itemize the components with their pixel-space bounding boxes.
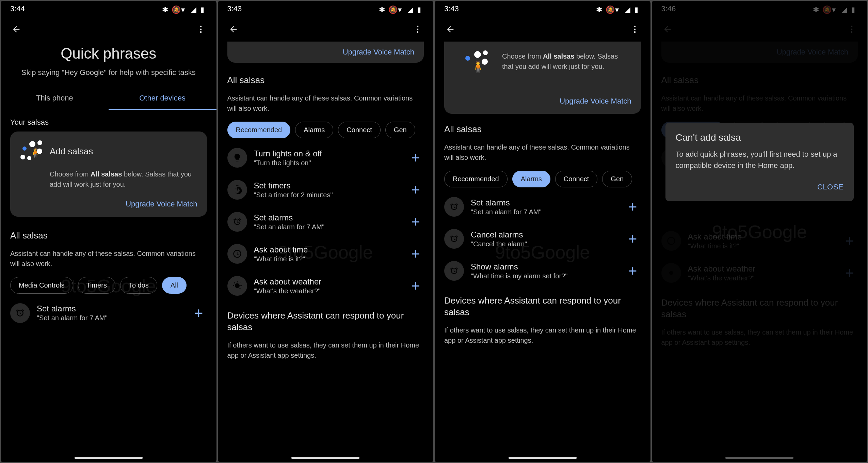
tab-this-phone[interactable]: This phone [1,88,109,110]
chip-gen[interactable]: Gen [385,122,415,138]
list-item: Set timers"Set a timer for 2 minutes" + [227,174,424,206]
chip-recommended[interactable]: Recommended [444,171,508,187]
list-title: Set timers [254,181,401,190]
chips-row: Recommended Alarms Connect Gen [444,169,641,191]
list-item: Ask about weather"What's the weather?" + [227,270,424,302]
nav-pill[interactable] [75,457,143,459]
nav-pill[interactable] [509,457,577,459]
upgrade-voice-match-button[interactable]: Upgrade Voice Match [343,48,414,57]
chip-media-controls[interactable]: Media Controls [10,277,73,294]
list-item: Ask about time"What time is it?" + [227,238,424,270]
dialog-close-button[interactable]: CLOSE [817,183,843,191]
upgrade-voice-match-button[interactable]: Upgrade Voice Match [560,97,631,106]
alarm-icon [10,303,30,323]
battery-icon: ▮ [200,5,207,12]
screen-2: 3:43 ✱🔕▾◢▮ Upgrade Voice Match All salsa… [218,1,434,462]
alarm-icon [444,261,464,281]
list-item: Set alarms "Set an alarm for 7 AM" + [10,297,207,329]
chip-timers[interactable]: Timers [78,277,115,294]
add-button[interactable]: + [407,213,424,230]
content: Upgrade Voice Match All salsas Assistant… [218,42,434,462]
list-title: Set alarms [471,198,618,207]
bluetooth-icon: ✱ [379,5,386,12]
wifi-icon: ▾ [181,5,188,12]
signal-icon: ◢ [191,5,197,12]
svg-point-0 [200,26,202,28]
page-title: Quick phrases [14,45,203,62]
wifi-icon: ▾ [615,5,622,12]
wifi-icon: ▾ [398,5,405,12]
list-sub: "Cancel the alarm" [471,240,618,248]
alarm-icon [227,212,247,232]
chip-to-dos[interactable]: To dos [120,277,157,294]
card-body-pre: Choose from [50,170,91,178]
screen-4: 3:46 ✱🔕▾◢▮ Upgrade Voice Match All salsa… [652,1,868,462]
all-salsas-title: All salsas [444,114,641,139]
list-title: Show alarms [471,262,618,272]
tab-other-devices[interactable]: Other devices [109,88,216,110]
screen-1: 3:44 ✱ 🔕 ▾ ◢ ▮ Quick phrases Skip saying… [1,1,216,462]
svg-point-2 [200,31,202,33]
chip-all[interactable]: All [162,277,187,294]
salsas-illustration: 🧍 [20,140,44,164]
add-button[interactable]: + [407,149,424,166]
chip-recommended[interactable]: Recommended [227,122,291,138]
svg-point-6 [634,26,636,28]
all-salsas-desc: Assistant can handle any of these salsas… [10,246,207,276]
list-sub: "Set a timer for 2 minutes" [254,191,401,199]
add-button[interactable]: + [625,262,641,279]
add-button[interactable]: + [191,305,207,322]
nav-pill[interactable] [291,457,359,459]
all-salsas-title: All salsas [10,217,207,246]
chip-connect[interactable]: Connect [555,171,598,187]
chip-connect[interactable]: Connect [338,122,381,138]
bluetooth-icon: ✱ [596,5,603,12]
list-sub: "Turn the lights on" [254,159,401,167]
list-sub: "What's the weather?" [254,287,401,295]
list-sub: "What time is it?" [254,255,401,263]
list-item: Set alarms"Set an alarm for 7 AM" + [444,191,641,223]
list-item: Show alarms"What time is my alarm set fo… [444,255,641,287]
your-salsas-label: Your salsas [10,110,207,132]
list-title: Set alarms [254,213,401,222]
card-body-bold: All salsas [543,52,574,60]
add-button[interactable]: + [625,198,641,215]
status-bar: 3:43 ✱🔕▾◢▮ [435,1,650,17]
list-title: Ask about weather [254,277,401,287]
overflow-button[interactable] [195,23,207,35]
overflow-button[interactable] [629,23,641,35]
timer-icon [227,180,247,200]
chips-row: Recommended Alarms Connect Gen [227,120,424,142]
salsas-illustration: 🧍 [462,51,496,78]
add-button[interactable]: + [407,277,424,294]
overflow-button[interactable] [412,23,424,35]
list-item: Turn lights on & off"Turn the lights on"… [227,142,424,174]
back-button[interactable] [227,23,240,35]
add-button[interactable]: + [407,181,424,198]
footer-desc: If others want to use salsas, they can s… [444,322,641,352]
list-item: Cancel alarms"Cancel the alarm" + [444,223,641,255]
dialog-body: To add quick phrases, you'll first need … [676,149,844,171]
list-sub: "Set an alarm for 7 AM" [471,208,618,216]
back-button[interactable] [10,23,22,35]
clock: 3:43 [227,4,242,13]
dialog-overlay[interactable] [652,1,868,462]
status-icons: ✱ 🔕 ▾ ◢ ▮ [162,5,207,12]
back-button[interactable] [444,23,456,35]
add-button[interactable]: + [625,230,641,247]
app-bar [435,17,650,42]
list-sub: "Set an alarm for 7 AM" [254,223,401,231]
dialog-title: Can't add salsa [676,132,844,143]
svg-point-7 [634,29,636,30]
upgrade-bar: Upgrade Voice Match [227,42,424,63]
chip-alarms[interactable]: Alarms [295,122,333,138]
chip-alarms[interactable]: Alarms [512,171,550,187]
status-bar: 3:43 ✱🔕▾◢▮ [218,1,434,17]
chip-gen[interactable]: Gen [602,171,632,187]
content: Your salsas 🧍 Add salsas Ch [1,110,216,462]
add-button[interactable]: + [407,245,424,262]
tabs: This phone Other devices [1,88,216,110]
footer-desc: If others want to use salsas, they can s… [227,337,424,367]
upgrade-voice-match-button[interactable]: Upgrade Voice Match [126,200,197,209]
clock-icon [227,244,247,264]
